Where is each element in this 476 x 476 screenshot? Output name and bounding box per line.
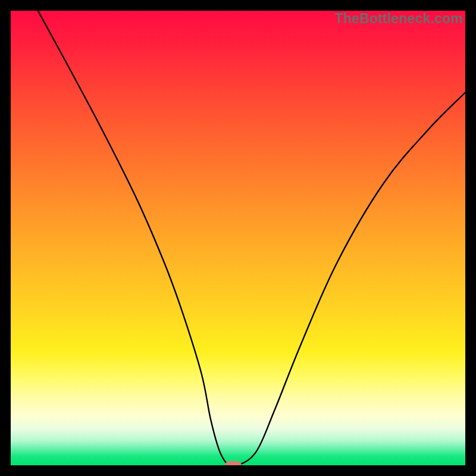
optimum-marker — [225, 461, 242, 465]
bottleneck-curve — [11, 11, 465, 465]
plot-area: TheBottleneck.com — [11, 11, 465, 465]
chart-frame: TheBottleneck.com — [0, 0, 476, 476]
curve-path — [38, 11, 465, 465]
